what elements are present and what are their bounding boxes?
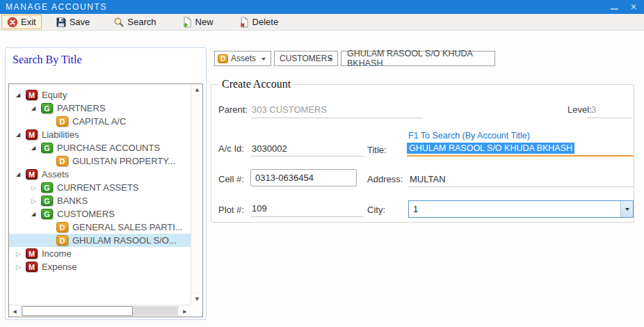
tree-item-label: CURRENT ASSETS <box>57 182 139 193</box>
plot-label: Plot #: <box>218 205 244 215</box>
close-button[interactable]: ✕ <box>627 0 640 14</box>
exit-button[interactable]: Exit <box>1 15 42 29</box>
city-combo-value: 1 <box>413 204 418 214</box>
scroll-right-button[interactable]: ▶ <box>179 305 191 317</box>
tree-item-label: PARTNERS <box>57 103 106 113</box>
new-icon <box>182 17 193 28</box>
save-button[interactable]: Save <box>50 15 96 29</box>
account-type-icon-d: D <box>56 222 68 232</box>
search-icon <box>113 17 124 28</box>
horizontal-scrollbar[interactable]: ◀ ▶ <box>9 305 191 317</box>
expand-icon[interactable]: ▷ <box>16 264 26 271</box>
account-type-icon-d: D <box>56 156 68 166</box>
tree-item-label: Assets <box>42 169 69 180</box>
group-combo[interactable]: CUSTOMERS <box>274 51 338 66</box>
address-underline <box>408 186 634 187</box>
tree-item-label: Liabilities <box>42 129 79 140</box>
title-field[interactable]: GHULAM RASOOL S/O KHUDA BKHASH <box>407 143 574 154</box>
tree-item[interactable]: ▷MIncome <box>9 247 191 260</box>
level-field[interactable]: 3 <box>591 104 596 115</box>
tree-item[interactable]: ◢GPURCHASE ACCOUNTS <box>9 141 191 154</box>
city-dropdown-button[interactable] <box>620 201 633 217</box>
scroll-down-button[interactable]: ▼ <box>191 293 203 305</box>
tree-item[interactable]: ▷GCURRENT ASSETS <box>9 181 191 194</box>
account-tree: ◢MEquity◢GPARTNERSDCAPITAL A/C◢MLiabilit… <box>9 84 191 305</box>
collapse-icon[interactable]: ◢ <box>31 105 41 111</box>
expand-icon[interactable]: ▷ <box>16 250 26 257</box>
tree-item[interactable]: ◢GCUSTOMERS <box>9 207 191 221</box>
account-type-icon-g: G <box>41 143 53 153</box>
city-label: City: <box>367 205 385 215</box>
expand-icon[interactable]: ▷ <box>31 184 41 191</box>
parent-field[interactable]: 303 CUSTOMERS <box>252 104 327 115</box>
close-icon: ✕ <box>630 2 637 12</box>
tree-item[interactable]: ▷GBANKS <box>9 194 191 207</box>
toolbar: Exit Save Search New Delete <box>0 14 644 31</box>
account-title-box-value: GHULAM RASOOL S/O KHUDA BKHASH <box>347 49 494 68</box>
tree-item-label: CAPITAL A/C <box>72 116 126 127</box>
collapse-icon[interactable]: ◢ <box>31 211 41 217</box>
scrollbar-corner <box>191 305 202 317</box>
parent-label: Parent: <box>218 104 248 115</box>
tree-item-label: BANKS <box>57 196 88 206</box>
groupbox-legend: Create Account <box>218 78 294 90</box>
tree-item[interactable]: ◢GPARTNERS <box>9 102 191 115</box>
exit-icon <box>7 17 18 28</box>
tree-item-label: Expense <box>42 262 77 272</box>
tree-item[interactable]: ◢MEquity <box>9 88 191 102</box>
tree-item[interactable]: DGENERAL SALES PARTI... <box>9 221 191 234</box>
tree-item[interactable]: DGHULAM RASOOL S/O... <box>9 234 191 247</box>
collapse-icon[interactable]: ◢ <box>16 92 26 98</box>
account-type-icon-d: D <box>56 235 68 246</box>
account-type-icon-m: M <box>26 262 38 272</box>
delete-icon <box>239 17 250 28</box>
scroll-left-button[interactable]: ◀ <box>9 305 21 317</box>
expand-icon[interactable]: ▷ <box>31 198 41 205</box>
scroll-up-button[interactable]: ▲ <box>191 84 203 96</box>
new-button-label: New <box>195 17 214 27</box>
collapse-icon[interactable]: ◢ <box>16 131 26 138</box>
tree-item[interactable]: DCAPITAL A/C <box>9 115 191 128</box>
account-type-icon-m: M <box>26 169 38 180</box>
save-icon <box>56 17 67 28</box>
group-combo-value: CUSTOMERS <box>280 54 332 63</box>
account-id-underline <box>251 156 364 157</box>
collapse-icon[interactable]: ◢ <box>31 145 41 151</box>
create-account-groupbox: Create Account Parent: 303 CUSTOMERS Lev… <box>211 84 634 223</box>
address-label: Address: <box>367 174 403 184</box>
account-type-icon-m: M <box>26 248 38 259</box>
minimize-button[interactable] <box>608 0 620 14</box>
account-title-box[interactable]: GHULAM RASOOL S/O KHUDA BKHASH <box>341 51 495 66</box>
tree-item-label: CUSTOMERS <box>57 209 115 219</box>
collapse-icon[interactable]: ◢ <box>16 171 26 177</box>
vertical-scrollbar[interactable]: ▲ ▼ <box>191 84 202 305</box>
tree-item-label: PURCHASE ACCOUNTS <box>57 143 160 153</box>
minimize-icon <box>611 8 618 10</box>
tree-item[interactable]: ▷MExpense <box>9 260 191 273</box>
tree-item[interactable]: ◢MLiabilities <box>9 128 191 141</box>
h-scroll-track[interactable] <box>133 306 178 316</box>
plot-field[interactable]: 109 <box>252 203 267 214</box>
tree-item[interactable]: ◢MAssets <box>9 168 191 181</box>
city-combo[interactable]: 1 <box>408 200 634 218</box>
search-button[interactable]: Search <box>108 15 161 29</box>
tree-item-label: GHULAM RASOOL S/O... <box>72 235 177 246</box>
delete-button[interactable]: Delete <box>233 15 284 29</box>
account-id-field[interactable]: 3030002 <box>252 143 287 154</box>
tree-item-label: GENERAL SALES PARTI... <box>72 222 183 232</box>
panel-title: Search By Title <box>13 54 82 66</box>
account-type-icon-d: D <box>56 116 68 127</box>
h-scroll-thumb[interactable] <box>22 306 133 316</box>
account-type-icon-m: M <box>26 129 38 140</box>
cell-label: Cell #: <box>218 174 244 184</box>
account-tree-box: ◢MEquity◢GPARTNERSDCAPITAL A/C◢MLiabilit… <box>8 83 203 317</box>
chevron-down-icon <box>625 208 629 211</box>
cell-field[interactable]: 0313-0636454 <box>250 169 357 186</box>
tree-item[interactable]: DGULISTAN PROPERTY... <box>9 154 191 168</box>
new-button[interactable]: New <box>176 15 219 29</box>
chevron-down-icon <box>261 58 266 61</box>
address-field[interactable]: MULTAN <box>410 174 446 184</box>
category-combo[interactable]: D Assets <box>214 51 271 66</box>
chevron-down-icon <box>328 58 332 61</box>
search-button-label: Search <box>127 17 156 27</box>
